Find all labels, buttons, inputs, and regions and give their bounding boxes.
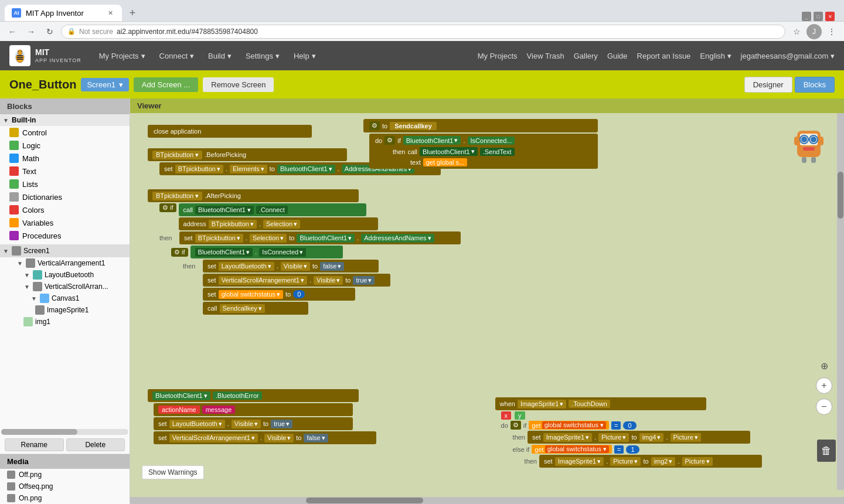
category-lists[interactable]: Lists	[0, 178, 130, 190]
variables-icon	[9, 218, 19, 227]
english-link[interactable]: English ▾	[700, 52, 731, 60]
bookmark-btn[interactable]: ☆	[789, 24, 804, 39]
touchdown-block: when ImageSprite1 ▾ .TouchDown x y do ⚙ …	[495, 397, 762, 468]
colors-label: Colors	[22, 206, 45, 214]
address-bar[interactable]: 🔒 Not secure ai2.appinventor.mit.edu/#47…	[61, 25, 785, 39]
media-on-label: On.png	[19, 494, 42, 502]
media-on-icon	[7, 494, 15, 502]
procedures-label: Procedures	[22, 231, 61, 240]
protocol-label: Not secure	[79, 28, 113, 36]
built-in-toggle[interactable]: ▼ Built-in	[0, 114, 130, 126]
category-colors[interactable]: Colors	[0, 203, 130, 216]
crosshair-icon[interactable]: ⊕	[817, 359, 831, 373]
lists-icon	[9, 179, 19, 189]
tab-close-btn[interactable]: ✕	[106, 8, 115, 18]
va-label: VerticalArrangement1	[38, 259, 105, 267]
bt-error-block: BluetoothClient1 ▾ .BluetoothError actio…	[148, 389, 376, 444]
profile-avatar[interactable]: J	[806, 24, 822, 39]
img2-btn: img2 ▾	[651, 457, 676, 466]
sidebar-hscroll[interactable]	[1, 429, 128, 435]
gallery-link[interactable]: Gallery	[574, 52, 598, 60]
imagesprite1-item[interactable]: ImageSprite1	[0, 304, 130, 316]
dictionaries-icon	[9, 192, 19, 202]
svg-rect-17	[819, 137, 823, 145]
category-math[interactable]: Math	[0, 152, 130, 165]
btclient-do: BluetoothClient1 ▾	[403, 136, 461, 145]
connect-nav[interactable]: Connect ▾	[154, 49, 200, 63]
viewer-canvas[interactable]: close application BTpickbutton ▾ .Before…	[130, 113, 844, 497]
sidebar: Blocks ▼ Built-in Control Logic Math	[0, 98, 130, 504]
media-offseq-label: Offseq.png	[19, 482, 53, 491]
my-projects-nav[interactable]: My Projects ▾	[93, 49, 151, 63]
user-email-link[interactable]: jegatheesans@gmail.com ▾	[741, 52, 835, 60]
delete-btn[interactable]: Delete	[66, 438, 125, 451]
gear-if2: ⚙ if	[171, 248, 188, 257]
media-off-png: Off.png	[0, 469, 130, 481]
category-procedures[interactable]: Procedures	[0, 229, 130, 242]
category-logic[interactable]: Logic	[0, 139, 130, 152]
imgsprite-then2: ImageSprite1 ▾	[555, 457, 604, 466]
report-issue-link[interactable]: Report an Issue	[637, 52, 691, 60]
true-btn1: true ▾	[353, 276, 375, 285]
category-dictionaries[interactable]: Dictionaries	[0, 190, 130, 203]
help-nav[interactable]: Help ▾	[288, 49, 322, 63]
designer-btn[interactable]: Designer	[744, 77, 792, 93]
is1-icon	[35, 305, 45, 315]
btclient-err: BluetoothClient1 ▾	[152, 391, 210, 400]
media-header: Media	[0, 454, 130, 469]
trash-btn[interactable]: 🗑	[817, 440, 836, 462]
reload-btn[interactable]: ↻	[42, 24, 57, 39]
screen1-icon	[12, 246, 21, 256]
vscroll-item[interactable]: ▼ VerticalScrollArran...	[0, 281, 130, 292]
my-projects-link[interactable]: My Projects	[478, 52, 518, 60]
true-err: true ▾	[271, 420, 292, 428]
viewer-vscroll[interactable]	[837, 113, 844, 490]
btclient-is: BluetoothClient1 ▾	[195, 248, 253, 257]
project-name: One_Button	[9, 78, 76, 91]
picture-img4: Picture ▾	[671, 433, 701, 442]
screen-selector[interactable]: Screen1 ▾	[81, 78, 128, 91]
visible-btn2: Visible ▾	[314, 276, 343, 285]
build-nav[interactable]: Build ▾	[202, 49, 237, 63]
vertical-arrangement-item[interactable]: ▼ VerticalArrangement1	[0, 257, 130, 269]
back-btn[interactable]: ←	[5, 24, 20, 39]
settings-nav[interactable]: Settings ▾	[240, 49, 285, 63]
then-label-td: then	[513, 434, 525, 441]
zoom-in-btn[interactable]: +	[816, 377, 832, 394]
x-btn: x	[501, 411, 512, 420]
category-control[interactable]: Control	[0, 126, 130, 139]
screen1-item[interactable]: ▼ Screen1	[0, 244, 130, 257]
layout-bluetooth-item[interactable]: ▼ LayoutBuetooth	[0, 269, 130, 281]
mascot	[785, 119, 832, 166]
math-icon	[9, 154, 19, 163]
zoom-out-btn[interactable]: −	[816, 399, 832, 415]
blocks-btn[interactable]: Blocks	[795, 77, 835, 93]
elseif-label-td: else if	[513, 446, 530, 453]
forward-btn[interactable]: →	[23, 24, 39, 39]
canvas1-item[interactable]: ▼ Canvas1	[0, 292, 130, 304]
category-text[interactable]: Text	[0, 165, 130, 178]
visible-err: Visible ▾	[232, 420, 261, 428]
sidebar-scroll[interactable]: ▼ Built-in Control Logic Math Text	[0, 114, 130, 428]
do-label-td: do	[501, 422, 508, 429]
browser-tab[interactable]: AI MIT App Inventor ✕	[5, 5, 122, 21]
svg-rect-3	[17, 55, 23, 56]
svg-point-14	[811, 137, 816, 142]
guide-link[interactable]: Guide	[607, 52, 628, 60]
add-screen-btn[interactable]: Add Screen ...	[134, 77, 198, 92]
rename-btn[interactable]: Rename	[5, 438, 64, 451]
remove-screen-btn[interactable]: Remove Screen	[203, 77, 274, 92]
viewer-hscroll[interactable]	[130, 497, 844, 504]
call-btclient: BluetoothClient1 ▾	[195, 206, 254, 214]
header-right: My Projects View Trash Gallery Guide Rep…	[478, 52, 835, 60]
new-tab-btn[interactable]: +	[124, 5, 141, 21]
category-variables[interactable]: Variables	[0, 216, 130, 229]
view-trash-link[interactable]: View Trash	[527, 52, 564, 60]
img1-item[interactable]: img1	[0, 316, 130, 328]
imgsprite-when: ImageSprite1 ▾	[518, 400, 566, 408]
menu-btn[interactable]: ⋮	[824, 24, 839, 39]
after-picking-label: .AfterPicking	[205, 192, 241, 199]
show-warnings-btn[interactable]: Show Warnings	[142, 465, 204, 479]
message-label: message	[202, 406, 236, 414]
svg-point-10	[21, 51, 22, 52]
